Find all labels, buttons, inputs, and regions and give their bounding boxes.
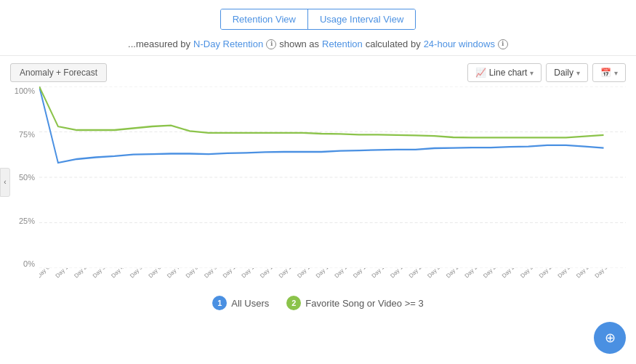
shown-as-label: shown as — [279, 39, 319, 49]
svg-text:Day 6: Day 6 — [148, 268, 163, 279]
svg-text:Day 7: Day 7 — [166, 268, 181, 279]
scroll-left-icon: ‹ — [4, 178, 6, 186]
chart-svg — [39, 86, 626, 268]
svg-text:Day 3: Day 3 — [92, 268, 107, 279]
svg-text:Day 25: Day 25 — [501, 268, 518, 279]
svg-text:Day 15: Day 15 — [315, 268, 332, 279]
chart-area: 100% 75% 50% 25% 0% Day — [10, 86, 626, 290]
windows-link[interactable]: 24-hour windows — [424, 39, 495, 49]
svg-text:Day 5: Day 5 — [129, 268, 144, 279]
svg-text:Day 30: Day 30 — [594, 268, 611, 279]
toolbar-right: 📈 Line chart ▾ Daily ▾ 📅 ▾ — [467, 63, 626, 82]
calculated-by-label: calculated by — [366, 39, 421, 49]
svg-text:Day 14: Day 14 — [296, 268, 313, 279]
windows-info-icon[interactable]: ℹ — [498, 39, 508, 49]
chart-line-icon: 📈 — [475, 68, 486, 78]
retention-link[interactable]: Retention — [322, 39, 363, 49]
retention-view-btn[interactable]: Retention View — [221, 9, 308, 29]
series-1-line — [39, 86, 603, 163]
svg-text:Day 10: Day 10 — [222, 268, 239, 279]
legend-item-2: 2 Favorite Song or Video >= 3 — [286, 296, 423, 310]
svg-text:Day 18: Day 18 — [371, 268, 388, 279]
chart-type-label: Line chart — [489, 68, 528, 78]
svg-text:Day 2: Day 2 — [73, 268, 88, 279]
y-axis: 100% 75% 50% 25% 0% — [10, 86, 39, 268]
usage-interval-view-btn[interactable]: Usage Interval View — [308, 9, 415, 29]
svg-text:Day 1: Day 1 — [55, 268, 70, 279]
view-toggle: Retention View Usage Interval View — [220, 9, 416, 30]
calendar-chevron: ▾ — [614, 69, 618, 77]
svg-text:Day 4: Day 4 — [110, 268, 125, 279]
legend-circle-2: 2 — [286, 296, 301, 310]
calendar-icon: 📅 — [600, 68, 611, 78]
svg-text:Day 11: Day 11 — [241, 268, 258, 279]
svg-text:Day 20: Day 20 — [408, 268, 425, 279]
legend-item-1: 1 All Users — [212, 296, 269, 310]
view-toggle-container: Retention View Usage Interval View — [0, 0, 636, 36]
svg-text:Day 22: Day 22 — [445, 268, 462, 279]
svg-text:Day 21: Day 21 — [426, 268, 443, 279]
svg-text:Day 16: Day 16 — [333, 268, 350, 279]
svg-text:Day 19: Day 19 — [389, 268, 406, 279]
fab-button[interactable]: ⊕ — [594, 322, 626, 354]
y-label-25: 25% — [19, 217, 35, 225]
legend-number-1: 1 — [217, 299, 222, 307]
calendar-btn[interactable]: 📅 ▾ — [592, 63, 626, 82]
measured-by-row: ...measured by N-Day Retention ℹ shown a… — [0, 36, 636, 55]
svg-text:Day 13: Day 13 — [278, 268, 295, 279]
svg-text:Day 28: Day 28 — [557, 268, 574, 279]
legend-number-2: 2 — [291, 299, 296, 307]
chart-inner — [39, 86, 626, 268]
svg-text:Day 23: Day 23 — [464, 268, 481, 279]
svg-text:Day 0: Day 0 — [39, 268, 51, 279]
legend-label-1: All Users — [231, 298, 269, 309]
svg-text:Day 26: Day 26 — [519, 268, 536, 279]
svg-text:Day 12: Day 12 — [259, 268, 276, 279]
svg-text:Day 29: Day 29 — [575, 268, 592, 279]
svg-text:Day 27: Day 27 — [538, 268, 555, 279]
anomaly-forecast-btn[interactable]: Anomaly + Forecast — [10, 63, 107, 82]
y-label-50: 50% — [19, 173, 35, 182]
svg-text:Day 9: Day 9 — [203, 268, 218, 279]
x-axis-svg: Day 0 Day 1 Day 2 Day 3 Day 4 Day 5 Day … — [39, 268, 626, 290]
y-label-100: 100% — [15, 86, 35, 95]
series-2-line — [39, 86, 603, 137]
chart-toolbar: Anomaly + Forecast 📈 Line chart ▾ Daily … — [0, 56, 636, 86]
legend-circle-1: 1 — [212, 296, 227, 310]
period-label: Daily — [554, 68, 573, 78]
svg-text:Day 24: Day 24 — [482, 268, 499, 279]
y-label-0: 0% — [23, 259, 35, 268]
n-day-retention-link[interactable]: N-Day Retention — [193, 39, 263, 49]
x-axis: Day 0 Day 1 Day 2 Day 3 Day 4 Day 5 Day … — [39, 268, 626, 290]
svg-text:Day 17: Day 17 — [352, 268, 369, 279]
measured-by-label: ...measured by — [128, 39, 190, 49]
chart-legend: 1 All Users 2 Favorite Song or Video >= … — [0, 290, 636, 315]
fab-icon: ⊕ — [605, 330, 616, 346]
chart-type-dropdown[interactable]: 📈 Line chart ▾ — [467, 63, 542, 82]
period-dropdown[interactable]: Daily ▾ — [546, 63, 588, 82]
legend-label-2: Favorite Song or Video >= 3 — [305, 298, 423, 309]
y-label-75: 75% — [19, 130, 35, 139]
scroll-left-btn[interactable]: ‹ — [0, 168, 10, 197]
n-day-info-icon[interactable]: ℹ — [266, 39, 276, 49]
chart-type-chevron: ▾ — [530, 69, 534, 77]
period-chevron: ▾ — [576, 69, 580, 77]
svg-text:Day 8: Day 8 — [185, 268, 200, 279]
